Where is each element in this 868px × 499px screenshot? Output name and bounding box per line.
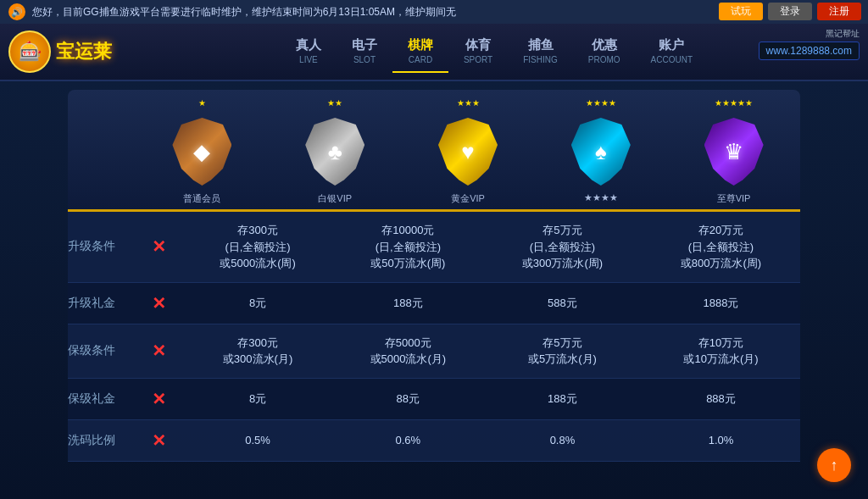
table-cell: 存5000元 或5000流水(月) xyxy=(333,324,483,378)
table-cell: 8元 xyxy=(182,378,332,419)
nav-item-promo[interactable]: 优惠PROMO xyxy=(573,30,636,73)
medal-wrapper: ★★ ♣ 白银VIP xyxy=(301,98,369,205)
nav-item-slot[interactable]: 电子SLOT xyxy=(337,30,392,73)
table-cell: 存5万元 或5万流水(月) xyxy=(483,324,642,378)
medal-emblem: ♥ xyxy=(434,114,502,190)
table-cell: 588元 xyxy=(483,282,642,324)
vip-table-wrapper: 升级条件✕存300元 (日,全额投注) 或5000流水(周)存10000元 (日… xyxy=(68,212,800,462)
table-cell: 8元 xyxy=(182,282,332,324)
medal-name: 普通会员 xyxy=(183,192,220,205)
table-cell: 188元 xyxy=(333,282,483,324)
table-cell: 1.0% xyxy=(642,419,800,461)
nav-item-live[interactable]: 真人LIVE xyxy=(281,30,337,73)
logo-area: 🎰 宝运莱 xyxy=(8,30,112,73)
cross-mark: ✕ xyxy=(152,341,166,360)
row-label: 升级礼金 xyxy=(68,282,136,324)
cross-mark: ✕ xyxy=(152,237,166,256)
nav-label-en: ACCOUNT xyxy=(651,55,693,64)
row-label: 保级礼金 xyxy=(68,378,136,419)
nav-label-en: PROMO xyxy=(588,55,620,64)
medal-silver: ★★ ♣ 白银VIP xyxy=(269,98,402,209)
nav-label-en: SPORT xyxy=(464,55,492,64)
medal-bronze: ★ ◆ 普通会员 xyxy=(136,98,269,209)
nav-label-zh: 棋牌 xyxy=(408,37,433,53)
table-cell: 0.6% xyxy=(333,419,483,461)
trial-button[interactable]: 试玩 xyxy=(719,3,763,20)
medal-symbol: ♠ xyxy=(571,118,631,186)
vip-table: 升级条件✕存300元 (日,全额投注) 或5000流水(周)存10000元 (日… xyxy=(68,212,800,462)
table-cell: ✕ xyxy=(136,324,182,378)
medal-row: ★ ◆ 普通会员 ★★ ♣ 白银VIP ★★★ ♥ 黄金VIP ★★★★ ♠ xyxy=(68,90,800,212)
bookmark-label: 黑记帮址 xyxy=(826,28,860,40)
row-label: 洗码比例 xyxy=(68,419,136,461)
nav-item-account[interactable]: 账户ACCOUNT xyxy=(636,30,708,73)
vip-section: ★ ◆ 普通会员 ★★ ♣ 白银VIP ★★★ ♥ 黄金VIP ★★★★ ♠ xyxy=(0,81,868,470)
medal-wrapper: ★★★★ ♠ ★★★★ xyxy=(567,98,635,203)
stars-row: ★★★ xyxy=(457,98,480,110)
table-cell: ✕ xyxy=(136,419,182,461)
nav-label-zh: 体育 xyxy=(465,37,491,53)
table-cell: 188元 xyxy=(483,378,642,419)
table-cell: 存300元 (日,全额投注) 或5000流水(周) xyxy=(182,212,332,282)
website-url: www.1289888.com xyxy=(759,42,860,60)
table-cell: 0.8% xyxy=(483,419,642,461)
medal-symbol: ♣ xyxy=(305,118,364,186)
login-button[interactable]: 登录 xyxy=(768,3,812,20)
nav-item-sport[interactable]: 体育SPORT xyxy=(448,30,508,73)
nav-label-en: FISHING xyxy=(523,55,558,64)
nav-item-fishing[interactable]: 捕鱼FISHING xyxy=(508,30,573,73)
stars-row: ★★ xyxy=(327,98,342,110)
cross-mark: ✕ xyxy=(152,294,166,313)
medal-emblem: ♛ xyxy=(700,114,768,190)
table-cell: 存5万元 (日,全额投注) 或300万流水(周) xyxy=(483,212,642,282)
register-button[interactable]: 注册 xyxy=(817,3,861,20)
header-right: 黑记帮址 www.1289888.com xyxy=(759,28,860,60)
table-cell: 存10000元 (日,全额投注) 或50万流水(周) xyxy=(333,212,483,282)
table-cell: 存10万元 或10万流水(月) xyxy=(642,324,800,378)
medal-name: 至尊VIP xyxy=(717,192,751,205)
nav-label-en: CARD xyxy=(409,55,432,64)
nav-label-en: LIVE xyxy=(299,55,318,64)
stars-row: ★★★★ xyxy=(586,98,616,110)
top-buttons: 试玩 登录 注册 xyxy=(719,3,861,20)
nav-label-en: SLOT xyxy=(353,55,376,64)
table-row: 保级条件✕存300元 或300流水(月)存5000元 或5000流水(月)存5万… xyxy=(68,324,800,378)
logo-text: 宝运莱 xyxy=(56,39,112,64)
medal-wrapper: ★★★★★ ♛ 至尊VIP xyxy=(700,98,768,205)
medal-emblem: ◆ xyxy=(168,114,236,190)
table-row: 保级礼金✕8元88元188元888元 xyxy=(68,378,800,419)
table-cell: ✕ xyxy=(136,378,182,419)
medal-name: 白银VIP xyxy=(318,192,352,205)
cross-mark: ✕ xyxy=(152,390,166,408)
medal-wrapper: ★★★ ♥ 黄金VIP xyxy=(434,98,502,205)
medal-emblem: ♠ xyxy=(567,114,635,190)
medal-gold: ★★★ ♥ 黄金VIP xyxy=(402,98,535,209)
nav-label-zh: 账户 xyxy=(659,37,684,53)
main-content: ★ ◆ 普通会员 ★★ ♣ 白银VIP ★★★ ♥ 黄金VIP ★★★★ ♠ xyxy=(0,81,868,499)
nav-label-zh: 优惠 xyxy=(592,37,617,53)
navigation: 真人LIVE电子SLOT棋牌CARD体育SPORT捕鱼FISHING优惠PROM… xyxy=(129,30,860,73)
medal-emblem: ♣ xyxy=(301,114,369,190)
medal-symbol: ◆ xyxy=(172,118,231,186)
nav-label-zh: 电子 xyxy=(352,37,377,53)
header: 🎰 宝运莱 真人LIVE电子SLOT棋牌CARD体育SPORT捕鱼FISHING… xyxy=(0,24,868,81)
medal-purple: ★★★★★ ♛ 至尊VIP xyxy=(667,98,800,209)
table-cell: 88元 xyxy=(333,378,483,419)
medal-cyan: ★★★★ ♠ ★★★★ xyxy=(534,98,667,209)
table-cell: 888元 xyxy=(642,378,800,419)
table-cell: ✕ xyxy=(136,282,182,324)
medal-symbol: ♛ xyxy=(704,118,764,186)
table-cell: 0.5% xyxy=(182,419,332,461)
scroll-top-button[interactable]: ↑ xyxy=(817,448,851,482)
table-row: 洗码比例✕0.5%0.6%0.8%1.0% xyxy=(68,419,800,461)
nav-label-zh: 真人 xyxy=(296,37,321,53)
cross-mark: ✕ xyxy=(152,431,166,450)
nav-item-card[interactable]: 棋牌CARD xyxy=(392,30,448,73)
medal-name: 黄金VIP xyxy=(451,192,485,205)
table-cell: 存300元 或300流水(月) xyxy=(182,324,332,378)
row-label: 升级条件 xyxy=(68,212,136,282)
table-cell: 1888元 xyxy=(642,282,800,324)
table-row: 升级礼金✕8元188元588元1888元 xyxy=(68,282,800,324)
row-label: 保级条件 xyxy=(68,324,136,378)
medal-wrapper: ★ ◆ 普通会员 xyxy=(168,98,236,205)
